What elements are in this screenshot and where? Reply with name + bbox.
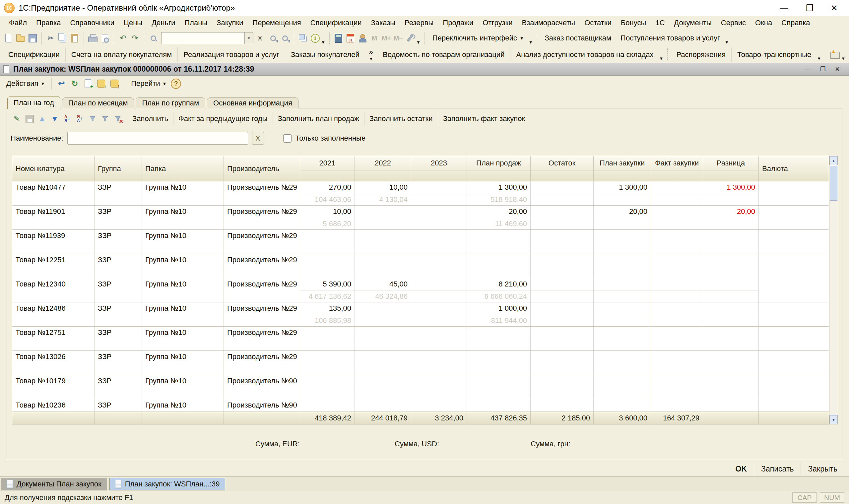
write-document-icon[interactable]: ↩ bbox=[55, 77, 67, 90]
redo-icon[interactable]: ↷ bbox=[129, 32, 141, 44]
toolbar-button[interactable]: Поступления товаров и услуг bbox=[616, 32, 725, 45]
cell-y2021[interactable] bbox=[300, 327, 355, 350]
chevron-down-icon[interactable]: ▼ bbox=[529, 40, 533, 45]
cell-difference[interactable] bbox=[703, 254, 759, 278]
about-icon[interactable]: i bbox=[309, 32, 321, 44]
column-header[interactable]: 2021 bbox=[300, 156, 355, 170]
command-bar-button[interactable]: Анализ доступности товаров на складах bbox=[510, 48, 659, 62]
cell-fact_purchase[interactable] bbox=[651, 205, 703, 230]
cell-currency[interactable] bbox=[759, 327, 829, 350]
cell-remainder[interactable] bbox=[530, 230, 594, 254]
window-list-icon[interactable] bbox=[297, 32, 309, 44]
cell-plan_sales[interactable] bbox=[467, 254, 530, 278]
cell-plan_sales[interactable] bbox=[467, 327, 530, 350]
close-button[interactable]: ✕ bbox=[830, 3, 838, 13]
cell-currency[interactable] bbox=[759, 399, 829, 412]
menu-item[interactable]: Планы bbox=[180, 17, 212, 29]
cell-difference[interactable] bbox=[703, 399, 759, 412]
fill-button[interactable]: Заполнить факт закупок bbox=[438, 112, 530, 125]
fill-button[interactable]: Заполнить план продаж bbox=[273, 112, 364, 125]
chevron-down-icon[interactable]: ▼ bbox=[841, 56, 845, 61]
cell-plan_sales[interactable] bbox=[467, 375, 530, 399]
doc-close-button[interactable]: ✕ bbox=[832, 65, 843, 74]
help-icon[interactable]: ? bbox=[171, 78, 181, 89]
command-bar-button[interactable]: Реализация товаров и услуг bbox=[177, 48, 285, 62]
cell-name[interactable]: Товар №10477 bbox=[12, 181, 94, 205]
doc-restore-button[interactable]: ❐ bbox=[817, 65, 828, 74]
table-row[interactable]: Товар №13026ЗЗРГруппа №10Производитель №… bbox=[12, 351, 829, 375]
cell-difference[interactable]: 20,00 bbox=[703, 205, 759, 230]
cell-manufacturer[interactable]: Производитель №29 bbox=[224, 278, 300, 302]
cell-folder[interactable]: Группа №10 bbox=[142, 351, 224, 375]
scroll-down-icon[interactable]: ▼ bbox=[829, 415, 838, 424]
search-clear-x-icon[interactable]: X bbox=[255, 32, 265, 44]
menu-item[interactable]: Цены bbox=[120, 17, 147, 29]
command-bar-button[interactable]: Ведомость по товарам организаций bbox=[377, 48, 510, 62]
cut-icon[interactable]: ✂ bbox=[45, 32, 57, 44]
print-preview-icon[interactable] bbox=[99, 32, 111, 44]
menu-item[interactable]: Справочники bbox=[66, 17, 119, 29]
cell-y2023[interactable] bbox=[411, 278, 467, 302]
menu-item[interactable]: Заказы bbox=[367, 17, 400, 29]
menu-item[interactable]: Перемещения bbox=[248, 17, 305, 29]
copy-icon[interactable] bbox=[57, 32, 69, 44]
column-header[interactable]: Группа bbox=[94, 156, 142, 181]
cell-remainder[interactable] bbox=[530, 254, 594, 278]
command-bar-button[interactable]: Товаро-транспортные bbox=[731, 48, 817, 62]
cell-folder[interactable]: Группа №10 bbox=[142, 327, 224, 350]
search-dropdown-icon[interactable]: ▼ bbox=[245, 32, 253, 44]
cell-fact_purchase[interactable] bbox=[651, 399, 703, 412]
cell-plan_sales[interactable] bbox=[467, 399, 530, 412]
cell-currency[interactable] bbox=[759, 302, 829, 326]
cell-manufacturer[interactable]: Производитель №29 bbox=[224, 254, 300, 278]
cell-y2023[interactable] bbox=[411, 230, 467, 254]
cell-fact_purchase[interactable] bbox=[651, 327, 703, 350]
refresh-icon[interactable]: ↻ bbox=[69, 77, 80, 90]
menu-item[interactable]: Спецификации bbox=[306, 17, 366, 29]
cell-folder[interactable]: Группа №10 bbox=[142, 302, 224, 326]
cell-name[interactable]: Товар №13026 bbox=[12, 351, 94, 375]
column-header[interactable]: Остаток bbox=[530, 156, 594, 170]
scroll-up-icon[interactable]: ▲ bbox=[829, 156, 838, 165]
cell-group[interactable]: ЗЗР bbox=[94, 181, 142, 205]
cell-y2023[interactable] bbox=[411, 399, 467, 412]
memory-minus-icon[interactable]: M− bbox=[392, 32, 404, 44]
cell-difference[interactable] bbox=[703, 327, 759, 350]
cell-folder[interactable]: Группа №10 bbox=[142, 375, 224, 399]
table-row[interactable]: Товар №12486ЗЗРГруппа №10Производитель №… bbox=[12, 302, 829, 327]
table-row[interactable]: Товар №11901ЗЗРГруппа №10Производитель №… bbox=[12, 205, 829, 230]
cell-plan_purchase[interactable] bbox=[594, 375, 651, 399]
cell-folder[interactable]: Группа №10 bbox=[142, 399, 224, 412]
cell-remainder[interactable] bbox=[530, 375, 594, 399]
menu-item[interactable]: Закупки bbox=[212, 17, 248, 29]
command-bar-button[interactable]: Заказы покупателей bbox=[285, 48, 365, 62]
cell-fact_purchase[interactable] bbox=[651, 181, 703, 205]
memory-plus-icon[interactable]: M+ bbox=[380, 32, 392, 44]
memory-recall-icon[interactable]: M bbox=[368, 32, 380, 44]
cell-currency[interactable] bbox=[759, 205, 829, 230]
filter-clear-icon[interactable]: ✕ bbox=[111, 112, 124, 125]
user-monitor-icon[interactable] bbox=[357, 32, 368, 44]
cell-y2022[interactable] bbox=[355, 351, 411, 375]
cell-y2021[interactable] bbox=[300, 254, 355, 278]
menu-item[interactable]: Файл bbox=[5, 17, 31, 29]
cell-plan_sales[interactable]: 20,0011 469,60 bbox=[467, 205, 530, 230]
cell-fact_purchase[interactable] bbox=[651, 375, 703, 399]
only-filled-checkbox[interactable] bbox=[283, 134, 291, 143]
toolbar-overflow-button[interactable]: »▼ bbox=[365, 49, 377, 61]
menu-item[interactable]: Справка bbox=[777, 17, 814, 29]
cell-group[interactable]: ЗЗР bbox=[94, 399, 142, 412]
menu-item[interactable]: Взаиморасчеты bbox=[517, 17, 579, 29]
cell-currency[interactable] bbox=[759, 230, 829, 254]
cell-y2022[interactable] bbox=[355, 230, 411, 254]
cell-plan_sales[interactable]: 1 000,00811 944,00 bbox=[467, 302, 530, 326]
column-header[interactable]: Папка bbox=[142, 156, 224, 181]
move-down-icon[interactable]: ▼ bbox=[49, 112, 61, 125]
cell-remainder[interactable] bbox=[530, 327, 594, 350]
cell-group[interactable]: ЗЗР bbox=[94, 278, 142, 302]
cell-plan_purchase[interactable] bbox=[594, 254, 651, 278]
menu-item[interactable]: Отгрузки bbox=[478, 17, 517, 29]
undo-icon[interactable]: ↶ bbox=[117, 32, 129, 44]
tab-inactive[interactable]: План по месяцам bbox=[62, 97, 134, 108]
chevron-down-icon[interactable]: ▼ bbox=[416, 40, 420, 45]
